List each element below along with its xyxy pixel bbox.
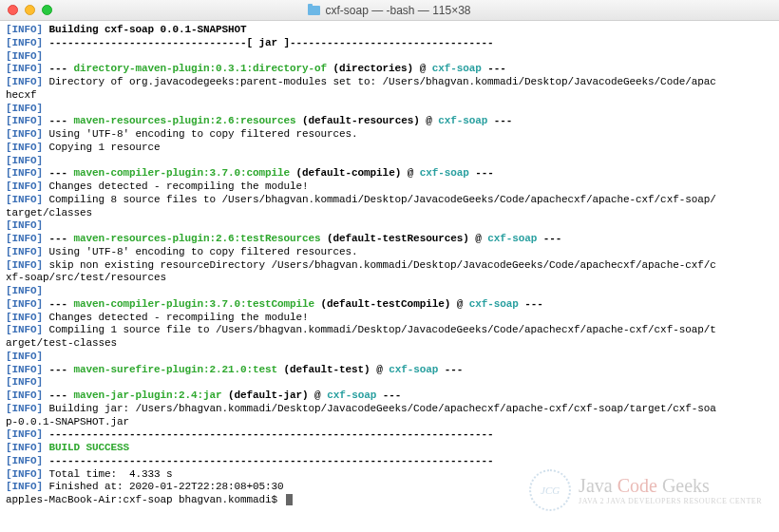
- terminal-line: [INFO] Building cxf-soap 0.0.1-SNAPSHOT: [6, 24, 773, 37]
- terminal-line: [INFO] --- maven-jar-plugin:2.4:jar (def…: [6, 390, 773, 403]
- info-tag: [INFO]: [6, 324, 43, 335]
- info-tag: [INFO]: [6, 167, 43, 179]
- terminal-line: [INFO] ---------------------------------…: [6, 428, 773, 442]
- info-tag: [INFO]: [6, 194, 43, 205]
- info-tag: [INFO]: [6, 63, 43, 74]
- close-icon[interactable]: [8, 5, 18, 15]
- titlebar: cxf-soap — -bash — 115×38: [0, 0, 779, 21]
- info-tag: [INFO]: [6, 128, 43, 140]
- info-tag: [INFO]: [6, 364, 43, 375]
- window-controls: [8, 5, 52, 15]
- terminal-line: [INFO] BUILD SUCCESS: [6, 442, 773, 455]
- terminal-line: [INFO]: [6, 155, 773, 168]
- info-tag: [INFO]: [6, 103, 43, 114]
- info-tag: [INFO]: [6, 155, 43, 166]
- info-tag: [INFO]: [6, 403, 43, 414]
- info-tag: [INFO]: [6, 312, 43, 323]
- terminal-line: p-0.0.1-SNAPSHOT.jar: [6, 416, 773, 429]
- terminal-line: [INFO] Copying 1 resource: [6, 142, 773, 155]
- info-tag: [INFO]: [6, 390, 43, 401]
- terminal-line: [INFO]: [6, 50, 773, 64]
- terminal-line: hecxf: [6, 89, 773, 103]
- folder-icon: [308, 6, 320, 15]
- terminal-line: [INFO] skip non existing resourceDirecto…: [6, 259, 773, 273]
- zoom-icon[interactable]: [42, 5, 52, 15]
- info-tag: [INFO]: [6, 442, 43, 453]
- window-title-wrap: cxf-soap — -bash — 115×38: [0, 4, 779, 17]
- terminal-line: [INFO] --- maven-surefire-plugin:2.21.0:…: [6, 364, 773, 377]
- terminal-line: [INFO] Changes detected - recompiling th…: [6, 312, 773, 325]
- terminal-line: [INFO] Building jar: /Users/bhagvan.komm…: [6, 403, 773, 416]
- info-tag: [INFO]: [6, 142, 43, 153]
- terminal-line: [INFO]: [6, 103, 773, 116]
- terminal-line: [INFO]: [6, 376, 773, 390]
- minimize-icon[interactable]: [25, 5, 35, 15]
- info-tag: [INFO]: [6, 481, 43, 492]
- info-tag: [INFO]: [6, 376, 43, 388]
- info-tag: [INFO]: [6, 180, 43, 192]
- terminal-line: [INFO] Changes detected - recompiling th…: [6, 180, 773, 194]
- info-tag: [INFO]: [6, 24, 43, 35]
- terminal-line: [INFO] --- directory-maven-plugin:0.3.1:…: [6, 63, 773, 76]
- info-tag: [INFO]: [6, 468, 43, 480]
- info-tag: [INFO]: [6, 50, 43, 62]
- terminal-line: [INFO] Using 'UTF-8' encoding to copy fi…: [6, 128, 773, 142]
- prompt-line[interactable]: apples-MacBook-Air:cxf-soap bhagvan.komm…: [6, 494, 773, 507]
- terminal-line: [INFO]: [6, 285, 773, 298]
- window-title: cxf-soap — -bash — 115×38: [325, 4, 470, 17]
- terminal-line: target/classes: [6, 207, 773, 220]
- info-tag: [INFO]: [6, 37, 43, 48]
- terminal-line: [INFO] Compiling 1 source file to /Users…: [6, 324, 773, 337]
- info-tag: [INFO]: [6, 351, 43, 362]
- info-tag: [INFO]: [6, 115, 43, 126]
- terminal-line: [INFO] --- maven-resources-plugin:2.6:re…: [6, 115, 773, 128]
- info-tag: [INFO]: [6, 246, 43, 257]
- terminal-line: arget/test-classes: [6, 337, 773, 351]
- info-tag: [INFO]: [6, 455, 43, 466]
- info-tag: [INFO]: [6, 233, 43, 244]
- terminal-line: [INFO]: [6, 219, 773, 233]
- terminal-line: [INFO] Finished at: 2020-01-22T22:28:08+…: [6, 481, 773, 494]
- info-tag: [INFO]: [6, 428, 43, 440]
- terminal-line: [INFO] Total time: 4.333 s: [6, 468, 773, 482]
- terminal-line: xf-soap/src/test/resources: [6, 272, 773, 285]
- terminal-line: [INFO] --- maven-compiler-plugin:3.7.0:c…: [6, 167, 773, 180]
- terminal-line: [INFO] ---------------------------------…: [6, 455, 773, 468]
- terminal-line: [INFO]: [6, 351, 773, 364]
- terminal-output[interactable]: [INFO] Building cxf-soap 0.0.1-SNAPSHOT[…: [0, 21, 779, 510]
- terminal-line: [INFO] --- maven-resources-plugin:2.6:te…: [6, 233, 773, 246]
- terminal-line: [INFO] --------------------------------[…: [6, 37, 773, 50]
- info-tag: [INFO]: [6, 259, 43, 271]
- terminal-line: [INFO] Directory of org.javacodegeeks:pa…: [6, 76, 773, 89]
- info-tag: [INFO]: [6, 76, 43, 87]
- terminal-line: [INFO] --- maven-compiler-plugin:3.7.0:t…: [6, 298, 773, 312]
- info-tag: [INFO]: [6, 219, 43, 231]
- terminal-line: [INFO] Using 'UTF-8' encoding to copy fi…: [6, 246, 773, 259]
- info-tag: [INFO]: [6, 298, 43, 310]
- cursor-icon: [286, 494, 293, 505]
- info-tag: [INFO]: [6, 285, 43, 296]
- terminal-line: [INFO] Compiling 8 source files to /User…: [6, 194, 773, 207]
